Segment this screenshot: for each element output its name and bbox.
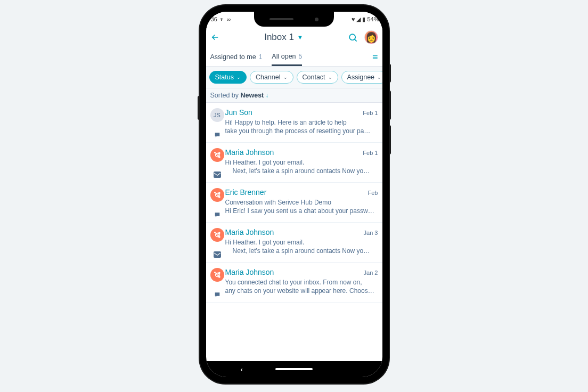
conversation-date: Feb [368, 190, 378, 196]
inbox-selector[interactable]: Inbox 1 ▼ [220, 32, 348, 43]
tab-assigned-to-me[interactable]: Assigned to me 1 [210, 48, 263, 66]
conversation-item[interactable]: Eric Brenner Feb Conversation with Seriv… [206, 183, 382, 223]
conversation-date: Jan 2 [364, 270, 378, 276]
tab-count: 5 [299, 53, 303, 60]
conversation-preview: Conversation with Serivce Hub Demo Hi Er… [225, 198, 378, 215]
nav-back-button[interactable]: ‹ [241, 365, 243, 373]
phone-button [389, 91, 391, 120]
chevron-down-icon: ⌄ [236, 75, 241, 80]
svg-point-0 [349, 34, 355, 40]
phone-button [198, 96, 200, 120]
status-icon: ᯤ ∞ [219, 16, 231, 22]
conversation-preview: Hi Heather. I got your email. Next, let'… [225, 238, 378, 255]
tab-all-open[interactable]: All open 5 [272, 48, 302, 66]
svg-point-3 [214, 152, 216, 153]
hubspot-avatar [210, 188, 224, 202]
conversation-preview: Hi! Happy to help. Here is an article to… [225, 118, 378, 135]
sort-control[interactable]: Sorted by Newest↓ [206, 88, 382, 103]
filter-label: Channel [256, 74, 281, 81]
conversation-date: Jan 3 [364, 230, 378, 236]
tab-count: 1 [259, 53, 263, 61]
conversation-preview: You connected chat to your inbox. From n… [225, 278, 378, 295]
chevron-down-icon: ⌄ [377, 75, 381, 80]
conversation-date: Feb 1 [363, 110, 378, 116]
search-button[interactable] [348, 32, 358, 43]
user-avatar[interactable]: 👩 [364, 30, 378, 44]
phone-frame: :36 ᯤ ∞ ♥ ◢ ▮ 54% Inbox 1 ▼ 👩 [200, 5, 389, 383]
conversation-item[interactable]: JS Jun Son Feb 1 Hi! Happy to help. Here… [206, 103, 382, 143]
conversation-list: JS Jun Son Feb 1 Hi! Happy to help. Here… [206, 103, 382, 303]
conversation-date: Feb 1 [363, 150, 378, 156]
phone-button [389, 64, 391, 83]
battery-percent: 54% [367, 16, 379, 22]
chat-icon [214, 132, 221, 138]
conversation-item[interactable]: Maria Johnson Jan 2 You connected chat t… [206, 263, 382, 303]
notch [254, 12, 334, 27]
filter-label: Assignee [347, 74, 374, 81]
app-header: Inbox 1 ▼ 👩 [206, 27, 382, 48]
sort-prefix: Sorted by [210, 92, 241, 99]
email-icon [214, 251, 221, 258]
contact-name: Maria Johnson [225, 148, 363, 157]
screen: :36 ᯤ ∞ ♥ ◢ ▮ 54% Inbox 1 ▼ 👩 [206, 12, 382, 377]
nav-home-pill[interactable] [275, 368, 313, 370]
svg-point-7 [214, 192, 216, 193]
hubspot-avatar [210, 228, 224, 242]
contact-name: Maria Johnson [225, 228, 364, 236]
svg-point-11 [214, 232, 216, 233]
chevron-down-icon: ⌄ [328, 75, 332, 80]
conversation-item[interactable]: Maria Johnson Jan 3 Hi Heather. I got yo… [206, 223, 382, 263]
phone-button [389, 125, 391, 154]
contact-avatar: JS [210, 108, 224, 122]
android-nav-bar: ‹ [206, 361, 382, 377]
back-button[interactable] [210, 32, 220, 42]
filter-contact[interactable]: Contact ⌄ [297, 71, 338, 84]
svg-point-15 [214, 272, 216, 273]
tabs: Assigned to me 1 All open 5 ≡ [206, 48, 382, 66]
camera [315, 18, 318, 21]
filter-label: Contact [303, 74, 325, 81]
contact-name: Eric Brenner [225, 188, 368, 197]
conversation-item[interactable]: Maria Johnson Feb 1 Hi Heather. I got yo… [206, 143, 382, 183]
signal-icon: ◢ [356, 16, 361, 23]
filter-label: Status [215, 74, 234, 81]
filters: Status ⌄ Channel ⌄ Contact ⌄ Assignee ⌄ [206, 66, 382, 88]
chat-icon [214, 291, 221, 298]
speaker [270, 18, 293, 20]
sort-value: Newest [240, 92, 264, 99]
battery-icon: ▮ [362, 16, 365, 23]
conversation-preview: Hi Heather. I got your email. Next, let'… [225, 158, 378, 175]
filter-channel[interactable]: Channel ⌄ [250, 71, 293, 84]
filter-status[interactable]: Status ⌄ [209, 71, 247, 84]
page-title: Inbox 1 [264, 32, 294, 43]
status-time: :36 [209, 16, 217, 22]
tab-label: Assigned to me [210, 53, 256, 61]
contact-name: Maria Johnson [225, 268, 364, 276]
chevron-down-icon: ⌄ [283, 75, 288, 80]
email-icon [214, 172, 221, 178]
wifi-icon: ♥ [352, 16, 355, 22]
tab-label: All open [272, 53, 296, 60]
filter-assignee[interactable]: Assignee ⌄ [341, 71, 382, 84]
hubspot-avatar [210, 268, 224, 282]
sort-arrow-icon: ↓ [265, 92, 268, 99]
chevron-down-icon: ▼ [297, 34, 303, 40]
menu-button[interactable]: ≡ [372, 52, 378, 63]
chat-icon [214, 211, 221, 218]
contact-name: Jun Son [225, 108, 363, 117]
hubspot-avatar [210, 148, 224, 162]
